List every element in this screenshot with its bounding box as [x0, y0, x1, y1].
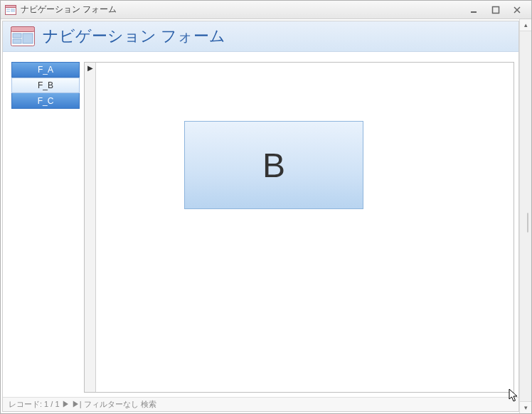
nav-tab-label: F_B	[38, 80, 53, 90]
titlebar: ナビゲーション フォーム	[1, 1, 531, 19]
window-title: ナビゲーション フォーム	[21, 4, 117, 16]
navigation-form-icon	[10, 26, 36, 47]
form-header: ナビゲーション フォーム	[3, 21, 518, 52]
subform-content: B	[96, 63, 514, 392]
app-window: ナビゲーション フォーム	[0, 0, 532, 414]
svg-rect-9	[13, 33, 21, 38]
scroll-thumb[interactable]	[527, 213, 528, 233]
current-record-marker-icon: ▶	[85, 63, 96, 73]
close-button[interactable]	[507, 4, 527, 16]
client-area: ナビゲーション フォーム F_A F_B F_C ▶	[1, 19, 531, 413]
form-icon	[5, 4, 16, 16]
nav-tabs: F_A F_B F_C	[11, 62, 80, 393]
form-body: F_A F_B F_C ▶ B	[3, 52, 518, 397]
svg-rect-5	[471, 11, 477, 13]
svg-rect-2	[6, 9, 10, 10]
scroll-up-icon[interactable]: ▴	[520, 19, 531, 31]
nav-tab-f-c[interactable]: F_C	[11, 93, 80, 109]
nav-tab-f-b[interactable]: F_B	[11, 78, 80, 93]
svg-rect-3	[6, 11, 10, 12]
svg-rect-4	[11, 9, 15, 12]
record-selector[interactable]: ▶	[85, 63, 96, 392]
scroll-down-icon[interactable]: ▾	[520, 401, 531, 413]
form-surface: ナビゲーション フォーム F_A F_B F_C ▶	[2, 21, 519, 412]
subform-container: ▶ B	[84, 62, 514, 393]
svg-rect-1	[6, 5, 16, 7]
vertical-scrollbar[interactable]: ▴ ▾	[519, 19, 531, 413]
svg-rect-11	[23, 33, 33, 43]
content-display-box: B	[184, 121, 363, 209]
svg-rect-6	[493, 6, 499, 13]
nav-tab-label: F_A	[38, 65, 53, 75]
status-text: レコード: 1 / 1 ▶ ▶| フィルターなし 検索	[9, 399, 156, 410]
minimize-button[interactable]	[464, 4, 484, 16]
maximize-button[interactable]	[486, 4, 506, 16]
status-bar: レコード: 1 / 1 ▶ ▶| フィルターなし 検索	[3, 397, 518, 411]
svg-rect-10	[13, 39, 21, 43]
nav-tab-label: F_C	[38, 96, 54, 106]
content-letter: B	[262, 146, 285, 185]
nav-tab-f-a[interactable]: F_A	[11, 62, 80, 78]
form-title: ナビゲーション フォーム	[43, 26, 225, 47]
svg-rect-8	[11, 27, 35, 32]
